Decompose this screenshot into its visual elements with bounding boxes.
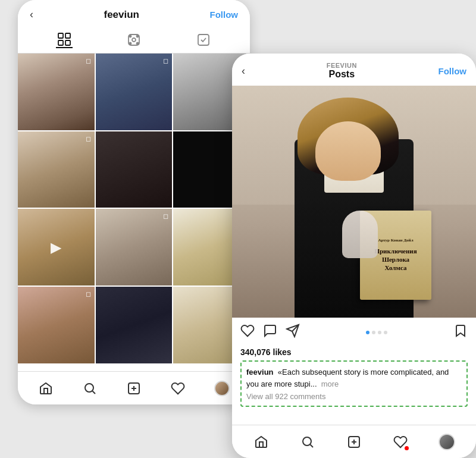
caption-text: feeviun «Each subsequent story is more c…: [246, 366, 462, 390]
dot-3: [378, 331, 381, 334]
svg-rect-1: [65, 33, 70, 38]
svg-rect-0: [58, 33, 63, 38]
grid-cell-11[interactable]: [96, 287, 173, 363]
likes-count: 340,076 likes: [240, 347, 468, 357]
caption-box: feeviun «Each subsequent story is more c…: [240, 360, 468, 407]
post-actions: [232, 318, 476, 347]
grid-cell-10[interactable]: ◻: [18, 287, 95, 363]
nav-search-back[interactable]: [82, 380, 98, 397]
nav-home-front[interactable]: [252, 432, 271, 451]
svg-rect-2: [58, 40, 63, 45]
follow-button-front[interactable]: Follow: [439, 66, 467, 76]
grid-cell-8[interactable]: ◻: [96, 209, 173, 286]
view-comments-link[interactable]: View all 922 comments: [246, 392, 462, 401]
nav-home-back[interactable]: [37, 380, 54, 397]
post-image: Артур Конан Дойл Приключения Шерлока Хол…: [232, 86, 476, 318]
dot-1: [366, 331, 369, 334]
svg-rect-10: [198, 34, 209, 45]
front-header-center: FEEVIUN Posts: [327, 62, 357, 80]
carousel-dots: [366, 331, 387, 334]
follow-button-back[interactable]: Follow: [210, 10, 239, 20]
more-link[interactable]: more: [321, 379, 339, 388]
nav-add-back[interactable]: [126, 380, 142, 397]
front-back-arrow-icon[interactable]: ‹: [242, 65, 245, 77]
nav-heart-back[interactable]: [170, 380, 186, 397]
back-phone-header: ‹ feeviun Follow: [18, 0, 250, 27]
post-info: 340,076 likes feeviun «Each subsequent s…: [232, 347, 476, 413]
caption-body: «Each subsequent story is more complicat…: [246, 368, 449, 388]
grid-cell-5[interactable]: [96, 131, 173, 208]
nav-search-front[interactable]: [298, 432, 317, 451]
play-icon: ▶: [51, 239, 61, 256]
svg-point-6: [129, 36, 131, 37]
bottom-nav-back: [18, 371, 250, 404]
book-title: Приключения Шерлока Холмса: [374, 247, 416, 272]
nav-profile-back[interactable]: [214, 380, 230, 397]
nav-add-front[interactable]: [345, 432, 364, 451]
grid-cell-7[interactable]: ▶: [18, 209, 95, 286]
svg-point-8: [129, 43, 131, 45]
grid-cell-1[interactable]: ◻: [18, 54, 95, 130]
tab-grid[interactable]: [56, 32, 73, 48]
heart-notification-dot: [405, 446, 409, 450]
multi-badge-8: ◻: [163, 212, 168, 220]
book-author: Артур Конан Дойл: [378, 238, 413, 243]
nav-heart-front[interactable]: [391, 432, 410, 451]
multi-badge-1: ◻: [86, 57, 91, 65]
dot-2: [372, 331, 375, 334]
dot-4: [384, 331, 387, 334]
grid-cell-4[interactable]: ◻: [18, 131, 95, 208]
multi-badge-10: ◻: [86, 290, 91, 298]
front-phone-header: ‹ FEEVIUN Posts Follow: [232, 54, 476, 86]
nav-profile-front[interactable]: [437, 432, 456, 451]
comment-action-icon[interactable]: [263, 324, 277, 341]
front-username-top: FEEVIUN: [327, 62, 357, 69]
back-phone-username: feeviun: [104, 9, 139, 21]
post-image-bg: Артур Конан Дойл Приключения Шерлока Хол…: [232, 86, 476, 318]
like-action-icon[interactable]: [240, 324, 255, 341]
profile-tabs: [18, 27, 250, 54]
svg-point-9: [136, 43, 138, 45]
svg-point-15: [303, 437, 311, 446]
bookmark-action-icon[interactable]: [453, 324, 468, 341]
svg-rect-3: [65, 40, 70, 45]
caption-username: feeviun: [246, 368, 274, 377]
share-action-icon[interactable]: [286, 324, 300, 341]
grid-cell-2[interactable]: ◻: [96, 54, 173, 130]
multi-badge-2: ◻: [163, 57, 168, 65]
back-phone: ‹ feeviun Follow: [18, 0, 250, 404]
photo-grid: ◻ ◻ ◻ ◻ ▶ ◻ ◻: [18, 54, 250, 363]
back-arrow-icon[interactable]: ‹: [30, 8, 33, 21]
profile-avatar-thumb: [439, 434, 455, 450]
front-phone: ‹ FEEVIUN Posts Follow: [232, 54, 476, 458]
tab-reels[interactable]: [126, 32, 142, 48]
svg-point-5: [132, 38, 136, 42]
svg-point-11: [85, 384, 93, 392]
bottom-nav-front: [232, 425, 476, 458]
multi-badge-4: ◻: [86, 135, 91, 143]
front-section-title: Posts: [327, 69, 357, 80]
tab-tagged[interactable]: [195, 32, 212, 48]
svg-point-7: [136, 36, 138, 37]
